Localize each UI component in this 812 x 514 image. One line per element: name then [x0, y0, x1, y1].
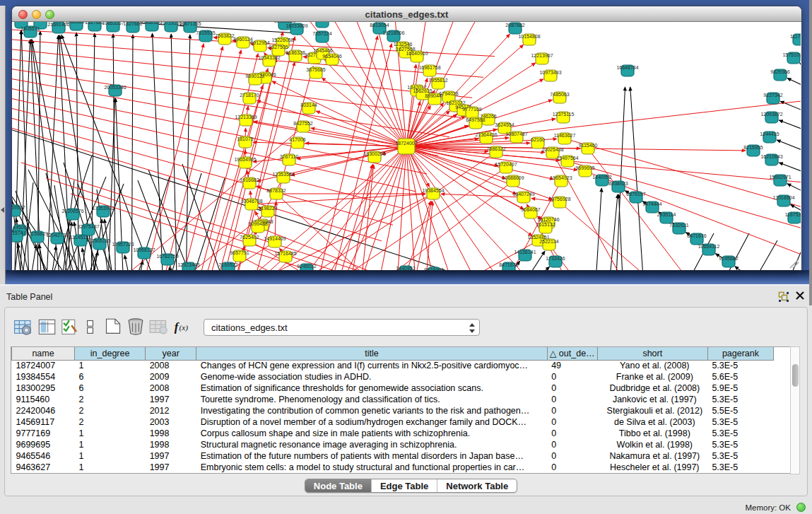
svg-text:1733426: 1733426: [546, 256, 565, 261]
svg-text:8938923: 8938923: [608, 181, 628, 186]
svg-text:17353992: 17353992: [92, 206, 114, 211]
svg-text:2087682: 2087682: [505, 23, 524, 28]
svg-text:15226058: 15226058: [271, 37, 293, 42]
svg-text:9115460: 9115460: [579, 143, 598, 148]
svg-text:9099488: 9099488: [248, 221, 267, 226]
svg-text:18300295: 18300295: [363, 151, 385, 156]
svg-text:8912954: 8912954: [250, 40, 269, 45]
svg-text:19654905: 19654905: [234, 157, 256, 162]
svg-text:1132546: 1132546: [394, 42, 413, 47]
svg-text:9474444: 9474444: [642, 201, 661, 206]
svg-text:7632621: 7632621: [669, 223, 688, 228]
svg-text:1244415: 1244415: [760, 132, 779, 136]
svg-text:7955812: 7955812: [428, 78, 447, 83]
svg-text:10853267: 10853267: [65, 22, 87, 24]
svg-text:10154808: 10154808: [518, 34, 540, 39]
svg-text:8215955: 8215955: [743, 145, 763, 150]
svg-text:10807487: 10807487: [505, 132, 527, 136]
svg-text:10543382: 10543382: [258, 55, 280, 60]
svg-text:6466160: 6466160: [142, 22, 161, 25]
svg-text:18724007: 18724007: [395, 141, 417, 146]
svg-text:417006: 417006: [289, 137, 305, 142]
svg-text:1545466: 1545466: [313, 48, 332, 53]
svg-text:1405571: 1405571: [20, 26, 40, 31]
svg-text:16210643: 16210643: [760, 154, 782, 159]
svg-text:19218506: 19218506: [382, 30, 404, 35]
svg-text:(x): (x): [180, 323, 189, 332]
svg-text:7485063: 7485063: [550, 92, 569, 97]
svg-text:181075: 181075: [237, 136, 253, 141]
svg-text:10973493: 10973493: [539, 70, 561, 75]
svg-text:2718170: 2718170: [240, 93, 259, 98]
svg-text:17016504: 17016504: [772, 195, 794, 200]
svg-text:1527602: 1527602: [123, 22, 142, 26]
svg-text:16961758: 16961758: [418, 65, 440, 70]
svg-text:26269507: 26269507: [12, 205, 25, 210]
svg-text:7886322: 7886322: [486, 146, 505, 151]
svg-text:21364436: 21364436: [475, 132, 497, 137]
svg-text:62160: 62160: [531, 137, 545, 142]
svg-text:9654046: 9654046: [322, 54, 341, 59]
svg-text:9657791: 9657791: [230, 250, 249, 255]
svg-text:12505195: 12505195: [88, 238, 110, 243]
svg-text:6379197: 6379197: [626, 192, 645, 197]
svg-text:7563822: 7563822: [215, 33, 234, 38]
svg-text:9327505: 9327505: [269, 45, 288, 49]
svg-text:3915741: 3915741: [12, 230, 26, 235]
svg-text:9227342: 9227342: [763, 93, 782, 98]
svg-text:8878332: 8878332: [266, 188, 286, 193]
svg-text:20053346: 20053346: [104, 85, 126, 90]
svg-text:16648784: 16648784: [616, 65, 638, 70]
svg-text:10025438: 10025438: [541, 147, 563, 152]
svg-text:12042737: 12042737: [46, 233, 68, 238]
svg-text:10853267: 10853267: [102, 22, 124, 25]
svg-text:10046788: 10046788: [240, 199, 262, 204]
svg-text:15716485: 15716485: [274, 251, 296, 256]
svg-text:1574154: 1574154: [12, 228, 14, 233]
svg-text:7169522: 7169522: [218, 262, 237, 267]
svg-text:16120746: 16120746: [537, 217, 559, 222]
svg-text:12213967: 12213967: [531, 53, 553, 58]
svg-text:2522134: 2522134: [539, 239, 558, 244]
svg-text:1562615: 1562615: [413, 88, 432, 93]
svg-text:1440952: 1440952: [396, 266, 415, 270]
svg-text:6497568: 6497568: [466, 117, 485, 122]
svg-text:32975487: 32975487: [77, 224, 99, 229]
svg-text:12213369: 12213369: [235, 115, 257, 119]
svg-text:8427552: 8427552: [293, 121, 312, 126]
svg-text:1167533: 1167533: [785, 212, 801, 217]
svg-text:15720407: 15720407: [495, 162, 517, 167]
svg-text:1440952: 1440952: [592, 175, 611, 180]
svg-text:3267110: 3267110: [280, 154, 299, 159]
svg-text:9245012: 9245012: [297, 264, 316, 269]
svg-text:1117530: 1117530: [790, 34, 801, 39]
svg-text:1916682: 1916682: [240, 177, 259, 182]
svg-text:15497564: 15497564: [556, 156, 578, 160]
svg-text:12093872: 12093872: [760, 112, 782, 117]
svg-text:9890122: 9890122: [245, 74, 264, 78]
svg-text:1615132: 1615132: [536, 222, 555, 227]
svg-text:3624554: 3624554: [495, 122, 514, 127]
svg-text:19756928: 19756928: [548, 197, 570, 201]
svg-text:16671355: 16671355: [179, 22, 201, 26]
svg-text:9777169: 9777169: [462, 107, 481, 112]
svg-text:18407249: 18407249: [512, 192, 534, 197]
svg-text:7515535: 7515535: [196, 30, 215, 35]
svg-text:10958137: 10958137: [133, 247, 155, 252]
svg-text:14914409: 14914409: [264, 236, 286, 241]
svg-text:7625402: 7625402: [240, 235, 259, 240]
svg-text:6794028: 6794028: [439, 91, 458, 96]
svg-text:12375115: 12375115: [553, 112, 575, 117]
svg-text:8471676: 8471676: [687, 233, 706, 238]
svg-text:15751074: 15751074: [782, 52, 801, 57]
svg-text:9329366: 9329366: [770, 69, 789, 74]
svg-text:12353584: 12353584: [272, 172, 294, 177]
svg-text:1445061: 1445061: [12, 225, 30, 230]
svg-text:8186328: 8186328: [286, 50, 305, 55]
svg-text:9245682: 9245682: [719, 256, 738, 261]
svg-text:12923445: 12923445: [177, 262, 199, 267]
svg-text:2935114: 2935114: [657, 212, 676, 217]
svg-text:9198222: 9198222: [258, 206, 277, 211]
svg-text:16782759: 16782759: [156, 254, 178, 259]
svg-text:10654112: 10654112: [698, 244, 720, 249]
